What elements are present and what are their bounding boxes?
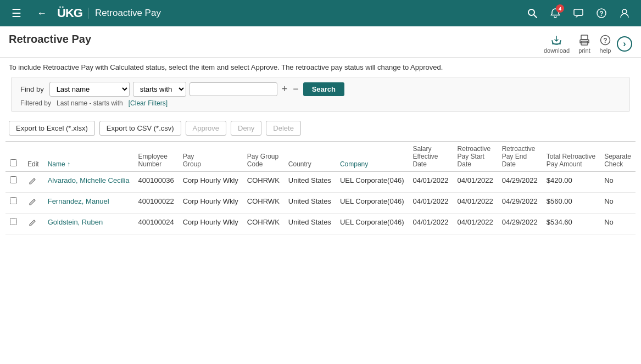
row-eff-date-cell: 04/01/2022 [409, 193, 453, 214]
filter-info-text: Last name - starts with [57, 99, 123, 107]
edit-row-button[interactable] [27, 197, 37, 209]
row-pay-group-code-cell: COHRWK [243, 214, 284, 234]
export-excel-button[interactable]: Export to Excel (*.xlsx) [9, 121, 95, 136]
row-retro-start-cell: 04/01/2022 [453, 172, 498, 193]
pay-group-column-header: PayGroup [179, 142, 243, 172]
print-icon [578, 34, 590, 46]
remove-filter-button[interactable]: − [292, 83, 300, 95]
help-page-icon: ? [599, 34, 611, 46]
notifications-button[interactable]: 4 [545, 3, 565, 23]
row-edit-cell [23, 214, 43, 234]
table-body: Alvarado, Michelle Cecilia 400100036 Cor… [5, 172, 636, 234]
edit-row-button[interactable] [27, 176, 37, 188]
user-profile-button[interactable] [615, 3, 634, 23]
name-sort-label[interactable]: Name ↑ [48, 160, 70, 168]
row-checkbox-0[interactable] [10, 176, 17, 183]
download-button[interactable]: download [540, 33, 573, 55]
find-by-field-select[interactable]: Last name First name Employee Number [49, 82, 130, 97]
row-separate-check-cell: No [600, 172, 636, 193]
row-checkbox-1[interactable] [10, 197, 17, 204]
row-company-cell: UEL Corporate(046) [336, 193, 409, 214]
help-page-label: help [600, 47, 611, 54]
company-sort-label[interactable]: Company [340, 160, 368, 168]
eff-date-column-header: SalaryEffectiveDate [409, 142, 453, 172]
filter-bar: Find by Last name First name Employee Nu… [11, 77, 630, 112]
chat-button[interactable] [568, 3, 588, 23]
row-checkbox-cell [5, 193, 23, 214]
page-header: Retroactive Pay download print ? [0, 26, 641, 58]
row-pay-group-cell: Corp Hourly Wkly [179, 193, 243, 214]
clear-filters-link[interactable]: [Clear Filters] [129, 99, 168, 107]
find-by-label: Find by [20, 85, 44, 93]
topbar: ☰ ← ÜKG Retroactive Pay 4 [0, 0, 641, 26]
export-csv-button[interactable]: Export to CSV (*.csv) [99, 121, 181, 136]
row-country-cell: United States [284, 214, 336, 234]
row-retro-end-cell: 04/29/2022 [498, 172, 542, 193]
table-row: Fernandez, Manuel 400100022 Corp Hourly … [5, 193, 636, 214]
row-retro-amount-cell: $420.00 [542, 172, 600, 193]
svg-rect-6 [581, 35, 588, 40]
edit-row-button[interactable] [27, 218, 37, 229]
approve-button[interactable]: Approve [186, 121, 226, 136]
row-retro-amount-cell: $560.00 [542, 193, 600, 214]
help-page-button[interactable]: ? help [596, 33, 615, 55]
select-all-checkbox[interactable] [10, 159, 17, 166]
row-retro-end-cell: 04/29/2022 [498, 214, 542, 234]
row-eff-date-cell: 04/01/2022 [409, 172, 453, 193]
row-name-cell: Goldstein, Ruben [43, 214, 134, 234]
retro-amount-column-header: Total RetroactivePay Amount [542, 142, 600, 172]
row-separate-check-cell: No [600, 193, 636, 214]
notification-count-badge: 4 [556, 4, 564, 13]
back-button[interactable]: ← [32, 3, 52, 23]
download-icon [550, 34, 562, 46]
row-checkbox-cell [5, 172, 23, 193]
row-emp-number-cell: 400100036 [134, 172, 179, 193]
row-retro-amount-cell: $534.60 [542, 214, 600, 234]
row-company-cell: UEL Corporate(046) [336, 172, 409, 193]
retroactive-pay-table: Edit Name ↑ EmployeeNumber PayGroup Pay … [5, 141, 636, 234]
page-header-actions: download print ? help › [540, 33, 632, 55]
row-edit-cell [23, 172, 43, 193]
download-label: download [544, 47, 570, 54]
ukg-logo: ÜKG [57, 6, 82, 20]
print-button[interactable]: print [575, 33, 594, 55]
user-icon [619, 8, 630, 19]
table-header-row: Edit Name ↑ EmployeeNumber PayGroup Pay … [5, 142, 636, 172]
search-button[interactable]: Search [303, 82, 344, 96]
hamburger-menu-button[interactable]: ☰ [7, 3, 26, 23]
operator-select[interactable]: starts with contains equals [133, 82, 186, 97]
deny-button[interactable]: Deny [231, 121, 261, 136]
chat-icon [573, 8, 584, 19]
topbar-title: Retroactive Pay [88, 8, 161, 19]
svg-line-1 [534, 15, 537, 18]
employee-name-link[interactable]: Alvarado, Michelle Cecilia [48, 176, 130, 184]
row-retro-start-cell: 04/01/2022 [453, 193, 498, 214]
company-column-header: Company [336, 142, 409, 172]
svg-point-8 [587, 41, 588, 42]
delete-button[interactable]: Delete [266, 121, 301, 136]
row-emp-number-cell: 400100024 [134, 214, 179, 234]
row-country-cell: United States [284, 193, 336, 214]
row-name-cell: Fernandez, Manuel [43, 193, 134, 214]
select-all-header [5, 142, 23, 172]
pencil-icon [29, 219, 36, 227]
row-checkbox-2[interactable] [10, 218, 17, 225]
employee-name-link[interactable]: Fernandez, Manuel [48, 197, 109, 205]
info-message: To include Retroactive Pay with Calculat… [0, 58, 641, 77]
search-input[interactable] [189, 82, 277, 96]
table-row: Alvarado, Michelle Cecilia 400100036 Cor… [5, 172, 636, 193]
search-icon [527, 8, 538, 19]
help-button[interactable]: ? [592, 3, 611, 23]
print-label: print [578, 47, 590, 54]
table-row: Goldstein, Ruben 400100024 Corp Hourly W… [5, 214, 636, 234]
country-column-header: Country [284, 142, 336, 172]
row-eff-date-cell: 04/01/2022 [409, 214, 453, 234]
collapse-panel-button[interactable]: › [617, 36, 632, 52]
add-filter-button[interactable]: + [281, 83, 289, 95]
row-pay-group-cell: Corp Hourly Wkly [179, 172, 243, 193]
help-icon: ? [596, 8, 607, 19]
name-column-header: Name ↑ [43, 142, 134, 172]
search-button[interactable] [522, 3, 542, 23]
pencil-icon [29, 177, 36, 185]
employee-name-link[interactable]: Goldstein, Ruben [48, 218, 103, 226]
